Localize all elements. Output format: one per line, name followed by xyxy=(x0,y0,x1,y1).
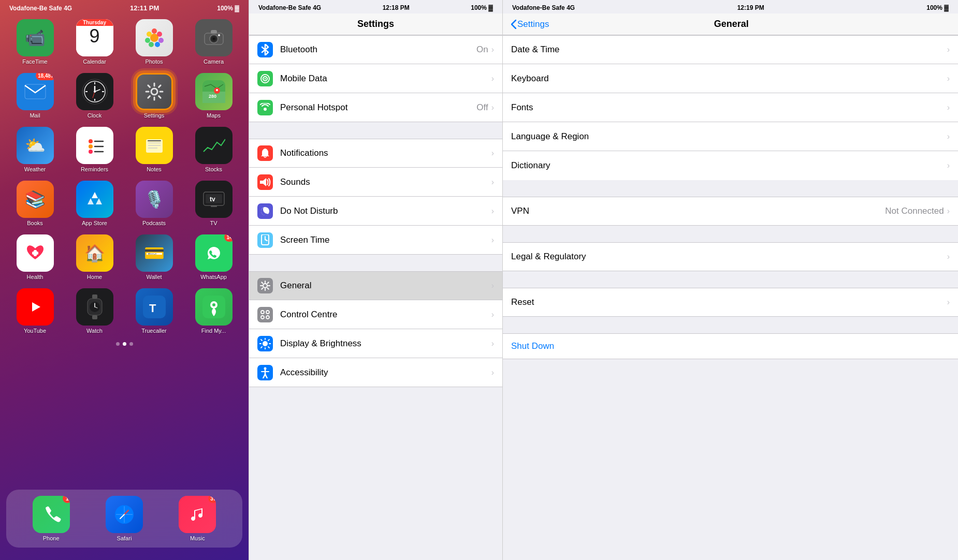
appstore-label: App Store xyxy=(82,220,107,226)
app-tv[interactable]: tv TV xyxy=(188,181,239,226)
general-row-fonts[interactable]: Fonts › xyxy=(503,93,958,122)
general-row-vpn[interactable]: VPN Not Connected › xyxy=(503,197,958,226)
maps-label: Maps xyxy=(207,112,221,119)
svg-point-1 xyxy=(152,28,157,34)
general-row-legal[interactable]: Legal & Regulatory › xyxy=(503,242,958,271)
app-weather[interactable]: ⛅ Weather xyxy=(9,127,61,172)
svg-rect-60 xyxy=(32,252,38,255)
svg-point-42 xyxy=(89,139,93,143)
photos-label: Photos xyxy=(145,58,163,65)
app-home[interactable]: 🏠 Home xyxy=(69,234,120,280)
notifications-chevron: › xyxy=(491,149,494,158)
facetime-icon: 📹 xyxy=(17,19,54,56)
svg-text:280: 280 xyxy=(209,94,216,99)
general-row-dictionary[interactable]: Dictionary › xyxy=(503,151,958,180)
settings-row-screentime[interactable]: Screen Time › xyxy=(249,226,502,255)
settings-panel: Vodafone-Be Safe 4G 12:18 PM 100% ▓ Sett… xyxy=(249,0,502,560)
app-maps[interactable]: 280 Maps xyxy=(188,73,239,119)
app-calendar[interactable]: Thursday 9 Calendar xyxy=(69,19,120,65)
home-label: Home xyxy=(87,274,102,280)
settings-row-accessibility[interactable]: Accessibility › xyxy=(249,358,502,387)
app-youtube[interactable]: YouTube xyxy=(9,288,61,334)
settings-row-controlcentre[interactable]: Control Centre › xyxy=(249,300,502,329)
settings-row-mobiledata[interactable]: Mobile Data › xyxy=(249,64,502,93)
dictionary-label: Dictionary xyxy=(511,160,947,171)
dock-safari[interactable]: Safari xyxy=(106,496,143,541)
general-row-language[interactable]: Language & Region › xyxy=(503,122,958,151)
settings-row-displaybrightness[interactable]: Display & Brightness › xyxy=(249,329,502,358)
displaybrightness-label: Display & Brightness xyxy=(280,338,491,349)
keyboard-chevron: › xyxy=(947,74,950,83)
datetime-label: Date & Time xyxy=(511,45,947,55)
dock-phone[interactable]: 1 Phone xyxy=(33,496,70,541)
app-findmy[interactable]: Find My... xyxy=(188,288,239,334)
app-podcasts[interactable]: 🎙️ Podcasts xyxy=(128,181,180,226)
svg-line-95 xyxy=(268,282,269,283)
svg-point-98 xyxy=(266,311,269,314)
svg-point-7 xyxy=(147,32,152,37)
donotdisturb-chevron: › xyxy=(491,207,494,216)
keyboard-label: Keyboard xyxy=(511,73,947,84)
general-gap-3 xyxy=(503,271,958,288)
weather-icon: ⛅ xyxy=(17,127,54,164)
youtube-icon xyxy=(17,288,54,326)
general-row-datetime[interactable]: Date & Time › xyxy=(503,35,958,64)
general-nav-title: General xyxy=(549,19,913,30)
settings-row-hotspot[interactable]: Personal Hotspot Off › xyxy=(249,93,502,122)
donotdisturb-icon xyxy=(257,203,273,219)
weather-label: Weather xyxy=(24,166,46,172)
app-truecaller[interactable]: T Truecaller xyxy=(128,288,180,334)
settings-row-notifications[interactable]: Notifications › xyxy=(249,139,502,168)
dock: 1 Phone Safari 37 xyxy=(6,490,242,548)
app-watch[interactable]: Watch xyxy=(69,288,120,334)
findmy-label: Find My... xyxy=(201,328,226,334)
svg-point-6 xyxy=(145,38,150,43)
settings-row-donotdisturb[interactable]: Do Not Disturb › xyxy=(249,197,502,226)
general-row-keyboard[interactable]: Keyboard › xyxy=(503,64,958,93)
app-appstore[interactable]: App Store xyxy=(69,181,120,226)
general-row-shutdown[interactable]: Shut Down xyxy=(503,333,958,359)
app-clock[interactable]: Clock xyxy=(69,73,120,119)
fonts-label: Fonts xyxy=(511,102,947,113)
svg-point-39 xyxy=(216,89,218,91)
svg-point-100 xyxy=(266,316,269,319)
settings-row-general[interactable]: General › xyxy=(249,271,502,300)
whatsapp-icon: 14 xyxy=(195,234,233,272)
app-notes[interactable]: Notes xyxy=(128,127,180,172)
stocks-label: Stocks xyxy=(205,166,222,172)
app-settings[interactable]: Settings xyxy=(128,73,180,119)
controlcentre-chevron: › xyxy=(491,310,494,319)
app-photos[interactable]: Photos xyxy=(128,19,180,65)
svg-line-87 xyxy=(265,240,267,241)
app-camera[interactable]: Camera xyxy=(188,19,239,65)
app-books[interactable]: 📚 Books xyxy=(9,181,61,226)
svg-line-96 xyxy=(262,288,263,289)
bluetooth-value: On xyxy=(476,45,488,55)
music-icon: 37 xyxy=(179,496,216,533)
app-facetime[interactable]: 📹 FaceTime xyxy=(9,19,61,65)
svg-rect-15 xyxy=(25,84,46,99)
app-stocks[interactable]: Stocks xyxy=(188,127,239,172)
phone-icon: 1 xyxy=(33,496,70,533)
dock-music[interactable]: 37 Music xyxy=(179,496,216,541)
app-reminders[interactable]: Reminders xyxy=(69,127,120,172)
app-health[interactable]: Health xyxy=(9,234,61,280)
svg-point-5 xyxy=(149,42,154,47)
svg-line-94 xyxy=(268,288,269,289)
settings-row-sounds[interactable]: Sounds › xyxy=(249,168,502,197)
app-whatsapp[interactable]: 14 WhatsApp xyxy=(188,234,239,280)
app-wallet[interactable]: 💳 Wallet xyxy=(128,234,180,280)
general-panel: Vodafone-Be Safe 4G 12:19 PM 100% ▓ Sett… xyxy=(502,0,958,560)
mail-badge: 18,487 xyxy=(36,73,54,80)
app-mail[interactable]: 18,487 Mail xyxy=(9,73,61,119)
general-row-reset[interactable]: Reset › xyxy=(503,288,958,317)
back-button[interactable]: Settings xyxy=(511,19,549,30)
hotspot-label: Personal Hotspot xyxy=(280,102,476,113)
settings-gap-2 xyxy=(249,255,502,271)
health-label: Health xyxy=(27,274,43,280)
settings-status-bar: Vodafone-Be Safe 4G 12:18 PM 100% ▓ xyxy=(249,0,502,13)
reminders-icon xyxy=(76,127,113,164)
settings-row-bluetooth[interactable]: Bluetooth On › xyxy=(249,35,502,64)
back-label: Settings xyxy=(517,19,549,30)
mobiledata-chevron: › xyxy=(491,74,494,83)
